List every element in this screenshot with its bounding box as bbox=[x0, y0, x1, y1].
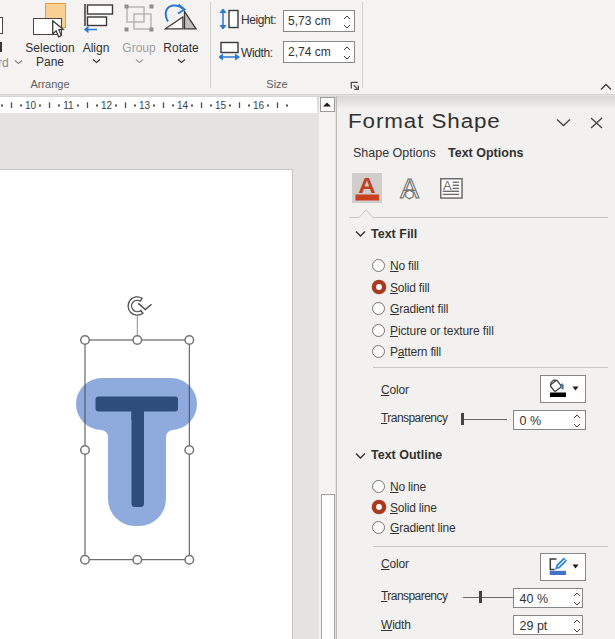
svg-text:12: 12 bbox=[101, 100, 113, 111]
svg-text:16: 16 bbox=[253, 100, 265, 111]
svg-text:15: 15 bbox=[215, 100, 227, 111]
svg-text:A: A bbox=[443, 178, 452, 193]
svg-text:11: 11 bbox=[63, 100, 74, 111]
svg-text:13: 13 bbox=[139, 100, 151, 111]
svg-text:10: 10 bbox=[25, 100, 37, 111]
svg-text:14: 14 bbox=[177, 100, 189, 111]
